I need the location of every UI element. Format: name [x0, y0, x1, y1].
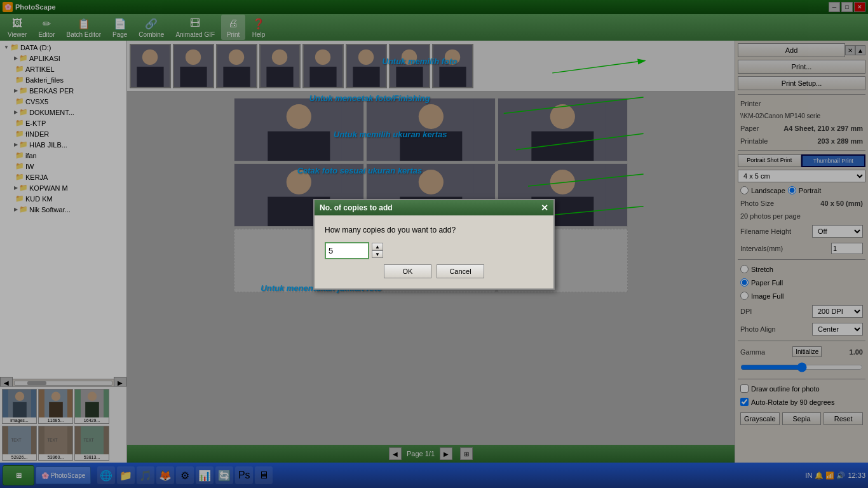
- spin-up-btn[interactable]: ▲: [372, 243, 383, 250]
- dialog-title-text: No. of copies to add: [320, 203, 393, 212]
- copies-input[interactable]: 5: [325, 242, 369, 259]
- ok-button[interactable]: OK: [384, 264, 431, 278]
- dialog-overlay: No. of copies to add ✕ How many copies d…: [0, 0, 868, 488]
- dialog-copies: No. of copies to add ✕ How many copies d…: [313, 199, 555, 290]
- spinner: ▲ ▼: [372, 243, 383, 258]
- dialog-body: How many copies do you want to add? 5 ▲ …: [315, 215, 553, 288]
- dialog-input-row: 5 ▲ ▼: [325, 242, 543, 259]
- dialog-title-bar: No. of copies to add ✕: [315, 200, 553, 215]
- spin-down-btn[interactable]: ▼: [372, 250, 383, 258]
- dialog-question: How many copies do you want to add?: [325, 226, 543, 234]
- dialog-close-btn[interactable]: ✕: [541, 203, 548, 213]
- dialog-buttons: OK Cancel: [325, 264, 543, 278]
- cancel-button[interactable]: Cancel: [437, 264, 484, 278]
